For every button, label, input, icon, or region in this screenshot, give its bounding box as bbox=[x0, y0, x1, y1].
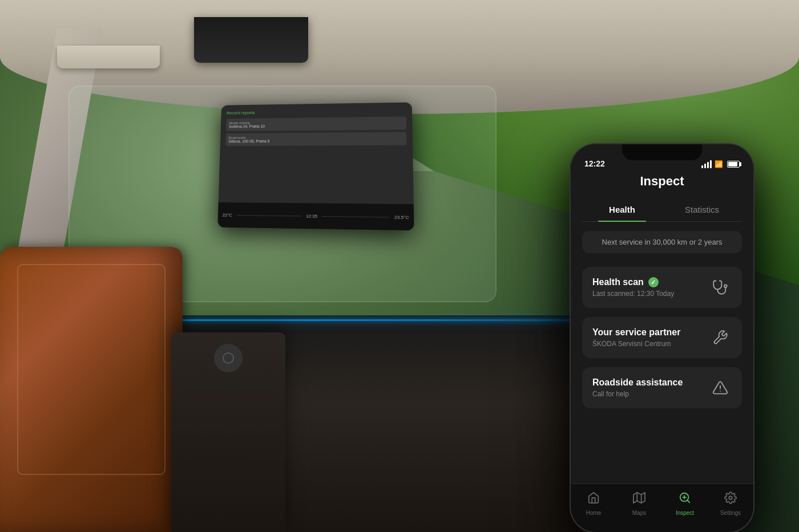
nav-inspect-label: Inspect bbox=[676, 510, 694, 516]
overhead-console bbox=[194, 17, 308, 63]
status-time: 12:22 bbox=[584, 159, 605, 168]
wrench-icon bbox=[709, 326, 732, 349]
nav-settings-label: Settings bbox=[720, 510, 741, 516]
nav-settings[interactable]: Settings bbox=[708, 492, 753, 525]
settings-icon bbox=[724, 492, 737, 507]
seat-left bbox=[0, 247, 183, 532]
roadside-assistance-card[interactable]: Roadside assistance Call for help bbox=[582, 367, 742, 408]
nav-maps[interactable]: Maps bbox=[616, 492, 662, 525]
health-scan-title: Health scan ✓ bbox=[592, 277, 674, 287]
tab-health[interactable]: Health bbox=[582, 198, 662, 221]
battery-icon bbox=[727, 161, 740, 168]
nav-inspect[interactable]: Inspect bbox=[662, 492, 708, 525]
nav-home-label: Home bbox=[586, 510, 602, 516]
nav-home[interactable]: Home bbox=[571, 492, 616, 525]
wifi-icon: 📶 bbox=[715, 160, 723, 168]
next-service-banner: Next service in 30,000 km or 2 years bbox=[582, 231, 742, 253]
phone-container: 12:22 📶 Inspect bbox=[571, 144, 753, 532]
temp-left: 22°C bbox=[223, 212, 233, 217]
bottom-nav: Home Maps bbox=[571, 484, 753, 532]
infotainment-title: Recent reports bbox=[227, 108, 406, 115]
roadside-assistance-content: Roadside assistance Call for help bbox=[592, 377, 683, 398]
warning-cone-icon bbox=[709, 376, 732, 399]
stethoscope-icon bbox=[709, 276, 732, 299]
next-service-text: Next service in 30,000 km or 2 years bbox=[602, 238, 723, 246]
svg-point-10 bbox=[729, 496, 732, 499]
infotainment-time: 12:35 bbox=[306, 213, 317, 218]
health-scan-subtitle: Last scanned: 12:30 Today bbox=[592, 290, 674, 298]
inspect-icon bbox=[679, 492, 691, 507]
phone-notch bbox=[622, 144, 702, 160]
service-partner-content: Your service partner ŠKODA Servisní Cent… bbox=[592, 327, 680, 348]
health-scan-card[interactable]: Health scan ✓ Last scanned: 12:30 Today bbox=[582, 267, 742, 308]
roadside-assistance-subtitle: Call for help bbox=[592, 390, 683, 398]
svg-point-0 bbox=[724, 285, 727, 287]
page-title: Inspect bbox=[582, 174, 742, 189]
infotainment-statusbar: 22°C 12:35 23.5°C bbox=[217, 202, 414, 230]
health-scan-content: Health scan ✓ Last scanned: 12:30 Today bbox=[592, 277, 674, 298]
green-check-icon: ✓ bbox=[648, 277, 659, 287]
svg-marker-3 bbox=[633, 492, 645, 502]
roadside-assistance-title: Roadside assistance bbox=[592, 377, 683, 388]
infotainment-report-2: Road works Sittova, 100 00, Praha 9 bbox=[225, 132, 406, 146]
service-partner-title: Your service partner bbox=[592, 327, 680, 338]
service-partner-subtitle: ŠKODA Servisní Centrum bbox=[592, 340, 680, 348]
service-partner-card[interactable]: Your service partner ŠKODA Servisní Cent… bbox=[582, 317, 742, 358]
home-icon bbox=[587, 492, 600, 507]
infotainment-screen: Recent reports Slowly moving Suttena 24,… bbox=[217, 102, 414, 230]
svg-line-7 bbox=[687, 500, 689, 502]
sun-visor bbox=[57, 46, 160, 68]
maps-icon bbox=[633, 492, 645, 507]
center-console bbox=[171, 332, 285, 532]
infotainment-report-1: Slowly moving Suttena 24, Praha 10 bbox=[226, 116, 406, 131]
temp-right: 23.5°C bbox=[394, 214, 409, 220]
signal-icon bbox=[701, 160, 712, 168]
infotainment-display: Recent reports Slowly moving Suttena 24,… bbox=[219, 102, 414, 204]
phone-body: 12:22 📶 Inspect bbox=[571, 144, 753, 532]
nav-maps-label: Maps bbox=[632, 510, 646, 516]
phone-screen: 12:22 📶 Inspect bbox=[571, 144, 753, 532]
status-icons: 📶 bbox=[701, 160, 740, 168]
tabs-row: Health Statistics bbox=[582, 198, 742, 222]
tab-statistics[interactable]: Statistics bbox=[662, 198, 742, 221]
